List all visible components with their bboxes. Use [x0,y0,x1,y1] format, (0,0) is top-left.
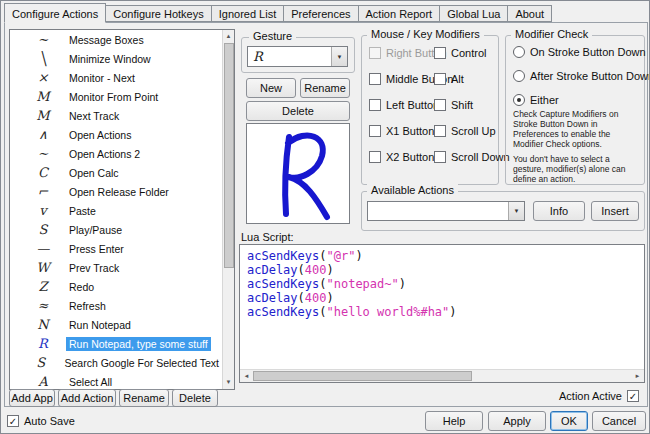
list-item[interactable]: COpen Calc [10,163,222,182]
checkbox-alt[interactable]: Alt [434,72,510,85]
list-item[interactable]: MMonitor From Point [10,87,222,106]
tab-global-lua[interactable]: Global Lua [439,5,508,22]
gesture-icon: Z [30,279,56,294]
code-token: acSendKeys [247,249,319,263]
modifier-check-note-1: Check Capture Modifiers on Stroke Button… [513,109,639,149]
checkbox-shift[interactable]: Shift [434,98,510,111]
gesture-new-button[interactable]: New [246,78,296,98]
code-token: 400 [305,291,327,305]
chevron-down-icon: ▼ [337,54,343,60]
lua-script-editor[interactable]: acSendKeys("@r")acDelay(400)acSendKeys("… [239,244,645,383]
scroll-down-icon[interactable]: ▼ [223,376,234,389]
list-item[interactable]: SSearch Google For Selected Text [10,353,222,372]
gesture-combo-arrow[interactable]: ▼ [331,47,347,66]
tab-configure-hotkeys[interactable]: Configure Hotkeys [105,5,212,22]
available-actions-combobox[interactable]: ▼ [367,201,525,221]
help-button[interactable]: Help [425,411,483,431]
auto-save-checkbox[interactable]: Auto Save [7,415,75,427]
radio-on-stroke-button-down[interactable]: On Stroke Button Down [513,45,650,58]
radio-label: On Stroke Button Down [530,46,646,58]
apply-button[interactable]: Apply [488,411,546,431]
ok-button[interactable]: OK [550,411,588,431]
list-item[interactable]: MNext Track [10,106,222,125]
gesture-icon: R [30,336,56,351]
scroll-up-icon[interactable]: ▲ [223,30,234,43]
code-token: "hello world%#ha" [326,305,449,319]
gesture-icon: S [30,222,56,237]
list-item[interactable]: SPlay/Pause [10,220,222,239]
list-item[interactable]: WPrev Track [10,258,222,277]
radio-after-stroke-button-down[interactable]: After Stroke Button Down [513,69,650,82]
action-label: Minimize Window [66,52,154,66]
action-active-checkbox[interactable]: Action Active [559,390,639,402]
checkbox-scroll-up[interactable]: Scroll Up [434,124,510,137]
list-item[interactable]: RRun Notepad, type some stuff [10,334,222,353]
code-token: "notepad~" [326,277,398,291]
radio-either[interactable]: Either [513,93,650,106]
gesture-icon: ∼ [30,146,56,161]
gesture-delete-button[interactable]: Delete [246,101,350,121]
rename-button[interactable]: Rename [119,389,169,407]
checkbox-label: X1 Button [386,125,434,137]
gesture-icon: ⌐ [30,184,56,199]
scroll-left-icon[interactable]: ◄ [240,370,253,382]
list-item[interactable]: NRun Notepad [10,315,222,334]
code-token: ) [327,263,334,277]
gesture-combobox[interactable]: R ▼ [247,46,348,67]
code-token: ) [399,277,406,291]
tab-preferences[interactable]: Preferences [283,5,358,22]
code-token: ) [449,305,456,319]
list-item[interactable]: ×Monitor - Next [10,68,222,87]
add-action-button[interactable]: Add Action [58,389,116,407]
gesture-rename-button[interactable]: Rename [300,78,350,98]
cancel-button[interactable]: Cancel [592,411,646,431]
tab-action-report[interactable]: Action Report [358,5,441,22]
tab-about[interactable]: About [507,5,552,22]
modifier-check-group-label: Modifier Check [511,28,592,40]
list-item[interactable]: ╲Minimize Window [10,49,222,68]
chevron-down-icon: ▼ [514,208,520,214]
modifiers-group-label: Mouse / Key Modifiers [367,28,484,40]
list-scrollbar[interactable]: ▲ ▼ [222,30,234,389]
gesture-r-drawing [247,124,349,223]
insert-button[interactable]: Insert [591,201,639,221]
available-actions-combo-arrow[interactable]: ▼ [508,202,524,220]
checkbox-box [369,73,381,85]
list-item[interactable]: ⌐Open Release Folder [10,182,222,201]
checkbox-box [369,125,381,137]
list-item[interactable]: ∼Open Actions 2 [10,144,222,163]
list-item[interactable]: ZRedo [10,277,222,296]
add-app-button[interactable]: Add App [9,389,55,407]
tab-bar: Configure ActionsConfigure HotkeysIgnore… [4,3,551,23]
checkbox-scroll-down[interactable]: Scroll Down [434,150,510,163]
lua-horizontal-scrollbar[interactable]: ◄ ► [240,369,644,382]
checkbox-box [434,125,446,137]
code-token: acSendKeys [247,305,319,319]
scroll-right-icon[interactable]: ► [631,370,644,382]
gesture-icon: M [30,108,56,123]
checkbox-control[interactable]: Control [434,46,510,59]
scrollbar-thumb[interactable] [224,43,234,268]
list-item[interactable]: ASelect All [10,372,222,389]
lua-code: acSendKeys("@r")acDelay(400)acSendKeys("… [240,245,644,323]
code-line: acDelay(400) [247,263,637,277]
list-item[interactable]: ~Message Boxes [10,30,222,49]
delete-button[interactable]: Delete [172,389,218,407]
gesture-icon: W [30,260,56,275]
scrollbar-thumb[interactable] [253,371,472,381]
tab-configure-actions[interactable]: Configure Actions [4,3,106,23]
modifier-check-note-2: You don't have to select a gesture, modi… [513,154,639,184]
action-listbox[interactable]: ~Message Boxes╲Minimize Window×Monitor -… [9,29,235,390]
tab-ignored-list[interactable]: Ignored List [211,5,284,22]
list-item[interactable]: ≈Refresh [10,296,222,315]
action-active-label: Action Active [559,390,622,402]
scrollbar-track[interactable] [253,370,631,382]
action-label: Open Actions 2 [66,147,143,161]
list-item[interactable]: —Press Enter [10,239,222,258]
info-button[interactable]: Info [533,201,585,221]
list-item[interactable]: vPaste [10,201,222,220]
checkbox-box [434,73,446,85]
list-item[interactable]: ∧Open Actions [10,125,222,144]
code-token: acSendKeys [247,277,319,291]
code-line: acSendKeys("hello world%#ha") [247,305,637,319]
